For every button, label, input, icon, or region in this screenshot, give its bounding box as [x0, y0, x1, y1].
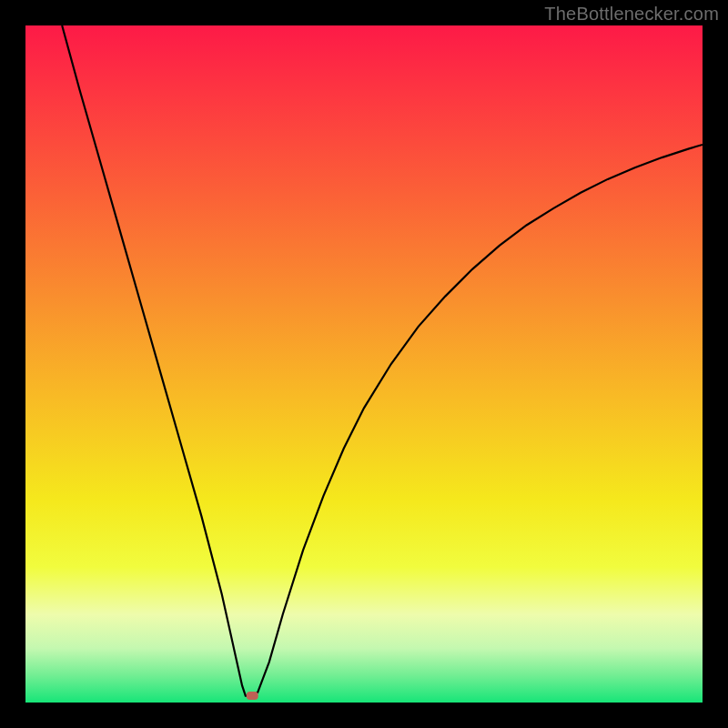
optimal-point-marker: [247, 692, 258, 700]
gradient-background: [25, 25, 703, 703]
bottleneck-chart: [25, 25, 703, 703]
plot-area: [25, 25, 703, 703]
watermark-text: TheBottlenecker.com: [544, 4, 719, 25]
chart-frame: TheBottlenecker.com: [0, 0, 728, 728]
